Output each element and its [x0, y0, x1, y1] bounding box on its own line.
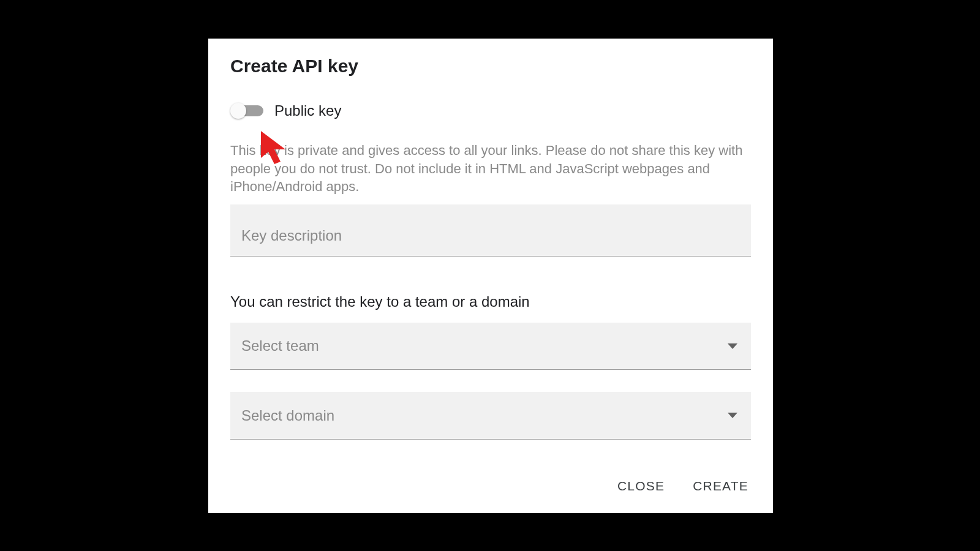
public-key-toggle[interactable]	[230, 105, 263, 116]
select-domain-placeholder: Select domain	[241, 407, 334, 424]
key-description-input[interactable]	[230, 204, 751, 257]
select-domain-dropdown[interactable]: Select domain	[230, 392, 751, 440]
key-privacy-description: This key is private and gives access to …	[230, 141, 751, 196]
public-key-toggle-row: Public key	[230, 102, 751, 119]
select-team-placeholder: Select team	[241, 337, 319, 354]
dialog-actions: CLOSE CREATE	[230, 462, 751, 498]
close-button[interactable]: CLOSE	[615, 474, 667, 498]
restrict-label: You can restrict the key to a team or a …	[230, 293, 751, 310]
caret-down-icon	[728, 343, 737, 349]
select-team-dropdown[interactable]: Select team	[230, 323, 751, 370]
create-api-key-dialog: Create API key Public key This key is pr…	[208, 39, 773, 513]
dialog-title: Create API key	[230, 56, 751, 77]
public-key-toggle-label: Public key	[274, 102, 341, 119]
caret-down-icon	[728, 413, 737, 418]
create-button[interactable]: CREATE	[690, 474, 751, 498]
toggle-thumb	[230, 103, 246, 119]
